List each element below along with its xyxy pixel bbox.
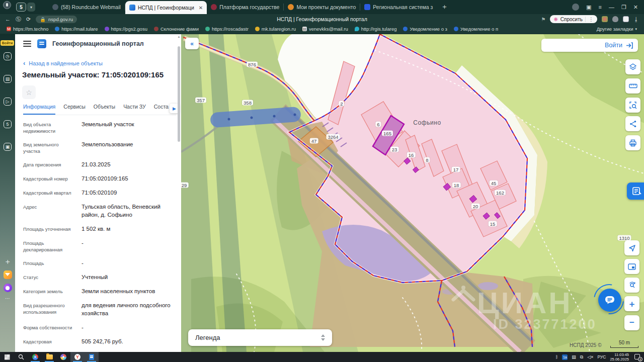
start-button[interactable] <box>0 352 14 362</box>
panel-scrollbar[interactable]: ▲ <box>177 35 181 350</box>
bookmark-item[interactable]: Mhttps://tm.techno <box>7 26 48 32</box>
minimize-button[interactable]: — <box>609 4 614 10</box>
tab-nspd[interactable]: НСПД | Геоинформаци ✕ <box>125 1 207 14</box>
back-icon[interactable]: ← <box>5 16 11 22</box>
alice-icon[interactable] <box>4 284 12 292</box>
taskbar-search-button[interactable] <box>14 352 28 362</box>
tab-composition[interactable]: Соста <box>154 104 169 115</box>
layers-button[interactable] <box>625 59 640 74</box>
field-row: Кадастровая505 242,76 руб. <box>23 338 172 346</box>
tab-gosuslugi[interactable]: Платформа государстве <box>207 1 283 13</box>
taskbar-yandex-browser[interactable]: Y <box>70 352 85 362</box>
five-badge-icon[interactable]: 5 <box>4 120 12 128</box>
sidebar-login-badge[interactable]: Войти <box>1 40 14 46</box>
bookmark-item[interactable]: ▤venevkks@mail.ru <box>302 26 348 32</box>
bookmark-favicon <box>105 27 109 31</box>
measure-button[interactable] <box>625 78 640 94</box>
extension-icon[interactable] <box>623 16 629 22</box>
bookmark-item[interactable]: https://mail.tulare <box>55 26 98 32</box>
tab-roundcube[interactable]: (58) Roundcube Webmail <box>48 1 125 13</box>
bookmark-item[interactable]: https://roscadastr <box>205 26 249 32</box>
map-login-button[interactable]: Войти <box>541 39 638 52</box>
tab-objects[interactable]: Объекты <box>94 104 115 115</box>
zoom-out-button[interactable]: − <box>624 315 639 330</box>
print-button[interactable] <box>625 135 640 150</box>
printer-icon <box>629 139 637 147</box>
bookmark-item[interactable]: Уведомление о п <box>454 26 498 32</box>
menu-icon[interactable]: ≡ <box>598 4 601 10</box>
tray-app-icon[interactable]: 1а <box>562 354 568 360</box>
tray-display-icon[interactable]: ⧉ <box>580 354 583 360</box>
zoom-in-button[interactable]: ＋ <box>624 296 639 311</box>
close-window-button[interactable]: ✕ <box>633 4 638 11</box>
map-widget-button[interactable] <box>627 183 644 200</box>
tray-bluetooth-icon[interactable]: ᛒ <box>555 354 558 359</box>
overview-map-button[interactable] <box>624 259 639 274</box>
screenshot-icon[interactable]: ▣ <box>4 143 12 151</box>
taskbar-document[interactable] <box>85 352 99 362</box>
notification-center-button[interactable]: 3 <box>633 353 641 360</box>
tab-counter[interactable]: 5 ▾ <box>16 3 35 12</box>
play-icon[interactable]: ▷ <box>4 98 12 106</box>
new-tab-button[interactable]: ＋ <box>441 3 448 12</box>
url-field[interactable]: 🔒 nspd.gov.ru <box>36 16 77 23</box>
profile-avatar[interactable] <box>572 4 579 11</box>
chevron-left-icon: ‹ <box>23 59 25 67</box>
collapse-panel-button[interactable]: « <box>185 38 199 49</box>
locate-button[interactable] <box>624 240 639 255</box>
close-tab-icon[interactable]: ✕ <box>199 5 203 11</box>
back-to-results-link[interactable]: ‹ Назад в найденные объекты <box>23 59 103 67</box>
scroll-up-arrow[interactable]: ▲ <box>177 35 181 40</box>
refresh-icon[interactable]: ⟳ <box>26 16 31 23</box>
taskbar-chrome[interactable] <box>28 352 42 362</box>
tab-regional[interactable]: Региональная система з <box>360 1 437 13</box>
tab-count-badge[interactable]: 5 <box>16 3 26 12</box>
tab-parts[interactable]: Части ЗУ <box>123 104 146 115</box>
map-label: 8 <box>424 157 430 163</box>
extension-icon[interactable] <box>612 16 618 22</box>
scrollbar-thumb[interactable] <box>178 46 180 142</box>
other-bookmarks-button[interactable]: Другие закладки ▾ <box>597 26 637 32</box>
select-area-button[interactable] <box>625 98 640 113</box>
bookmark-favicon <box>403 27 408 31</box>
bookmark-flag-icon[interactable]: ⚑ <box>541 17 546 22</box>
yandex-home-icon[interactable]: Ⓢ <box>16 16 21 23</box>
layers-icon <box>629 63 637 71</box>
taskbar-paint[interactable] <box>56 352 70 362</box>
tab-information[interactable]: Информация <box>23 104 55 115</box>
add-icon[interactable]: ＋ <box>4 257 12 265</box>
favorite-star-button[interactable]: ☆ <box>22 85 36 99</box>
yandex-mail-icon[interactable] <box>4 270 12 279</box>
restore-button[interactable]: ❐ <box>621 4 626 11</box>
bookmark-item[interactable]: Склонение фами <box>154 26 199 32</box>
hamburger-menu-icon[interactable] <box>23 41 31 47</box>
chat-panel-icon[interactable]: ▣ <box>586 4 591 11</box>
chevron-down-icon[interactable]: ▾ <box>27 3 35 12</box>
history-icon[interactable]: ◷ <box>4 52 12 60</box>
bookmark-item[interactable]: https://pgs2.gosu <box>105 26 147 32</box>
search-coordinates-button[interactable] <box>624 278 639 293</box>
extension-icon[interactable] <box>602 16 608 22</box>
taskbar-explorer[interactable] <box>42 352 56 362</box>
bookmark-item[interactable]: http://rgis.tulareg <box>355 26 397 32</box>
ask-ai-button[interactable]: ❋ Спросить ⋮ <box>550 15 597 23</box>
tab-projects[interactable]: Мои проекты документо <box>284 1 360 13</box>
voice-assistant-avatar[interactable] <box>3 1 11 9</box>
legend-button[interactable]: Легенда <box>188 329 332 346</box>
language-indicator[interactable]: РУС <box>597 354 606 359</box>
volume-muted-icon[interactable]: ◁× <box>587 354 593 359</box>
notes-icon[interactable]: ▤ <box>4 75 12 83</box>
bookmark-item[interactable]: Уведомление о з <box>403 26 447 32</box>
bookmark-item[interactable]: mk.tularegion.ru <box>255 26 296 32</box>
taskbar-clock[interactable]: 11:03:45 25.06.2025 <box>610 352 629 362</box>
chat-support-button[interactable] <box>598 289 621 312</box>
downloads-icon[interactable]: ⭳ <box>633 16 639 22</box>
field-row: Форма собственности- <box>23 324 172 332</box>
tab-services[interactable]: Сервисы <box>63 104 86 115</box>
more-options-icon[interactable]: ⋮ <box>585 17 594 22</box>
watermark-id: ID 323771200 <box>493 317 597 332</box>
ellipsis-icon[interactable]: ⋯ <box>4 294 12 302</box>
map-canvas[interactable]: Софьино 87635735829326424761652316817184… <box>181 34 644 352</box>
share-button[interactable] <box>625 116 640 131</box>
tray-lines-icon[interactable]: ▤ <box>572 354 576 359</box>
